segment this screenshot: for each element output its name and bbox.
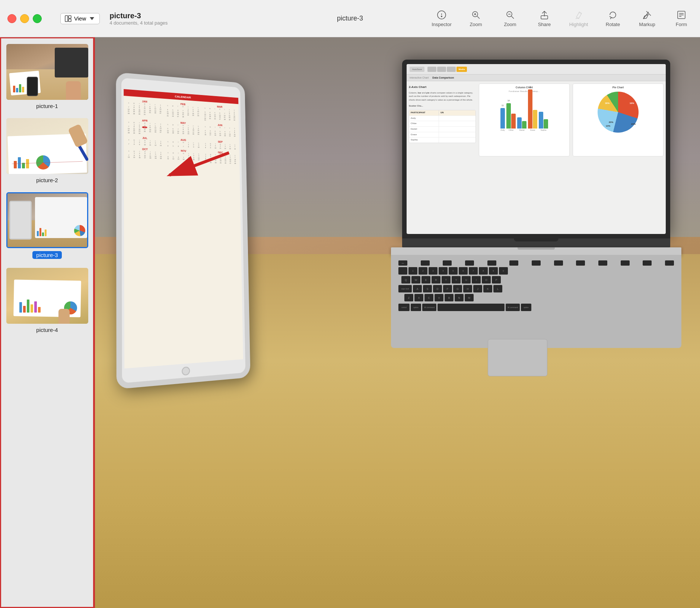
zoom-out-label: Zoom — [504, 22, 516, 27]
sidebar-item-picture-1[interactable]: picture-1 — [5, 44, 89, 109]
svg-point-6 — [441, 16, 442, 17]
toolbar-right: Inspector Zoom Zoom — [430, 10, 693, 27]
sidebar: picture-1 — [0, 37, 95, 608]
rotate-label: Rotate — [606, 22, 620, 27]
thumbnail-picture-2 — [6, 118, 88, 174]
markup-button[interactable]: Markup — [636, 10, 658, 27]
svg-line-12 — [512, 16, 514, 19]
laptop: AutoSave Media Interactive Chart Dat — [402, 60, 685, 328]
highlight-button[interactable]: Highlight — [567, 10, 590, 27]
thumbnail-picture-3 — [6, 192, 88, 248]
titlebar: View picture-3 4 documents, 4 total page… — [0, 0, 700, 37]
traffic-lights — [7, 14, 42, 23]
svg-line-8 — [477, 16, 480, 19]
share-button[interactable]: Share — [533, 10, 556, 27]
toolbar-center: picture-3 — [337, 15, 363, 22]
inspector-button[interactable]: Inspector — [430, 10, 453, 27]
center-title: picture-3 — [337, 15, 363, 22]
svg-rect-2 — [69, 19, 71, 22]
picture-2-label: picture-2 — [36, 177, 58, 183]
maximize-button[interactable] — [33, 14, 42, 23]
picture-1-label: picture-1 — [36, 103, 58, 109]
zoom-out-button[interactable]: Zoom — [499, 10, 521, 27]
picture-4-label: picture-4 — [36, 327, 58, 333]
trackpad — [488, 339, 547, 376]
rotate-button[interactable]: Rotate — [602, 10, 624, 27]
content-area: AutoSave Media Interactive Chart Dat — [95, 37, 700, 608]
svg-rect-0 — [65, 16, 68, 22]
sidebar-item-picture-3[interactable]: picture-3 — [5, 192, 89, 259]
doc-subtitle: 4 documents, 4 total pages — [109, 20, 168, 26]
zoom-in-label: Zoom — [470, 22, 482, 27]
close-button[interactable] — [7, 14, 16, 23]
inspector-label: Inspector — [432, 22, 451, 27]
thumbnail-picture-1 — [6, 44, 88, 100]
sidebar-item-picture-2[interactable]: picture-2 — [5, 118, 89, 183]
view-button[interactable]: View — [60, 13, 100, 24]
markup-label: Markup — [639, 22, 655, 27]
view-label: View — [74, 15, 86, 22]
form-button[interactable]: Form — [670, 10, 693, 27]
doc-info: picture-3 4 documents, 4 total pages — [109, 12, 168, 26]
svg-marker-3 — [90, 17, 94, 20]
svg-rect-1 — [69, 16, 71, 18]
share-label: Share — [538, 22, 551, 27]
highlight-label: Highlight — [569, 22, 588, 27]
zoom-button[interactable]: Zoom — [465, 10, 487, 27]
form-label: Form — [676, 22, 687, 27]
thumbnail-picture-4 — [6, 268, 88, 324]
tablet: CALENDAR JAN SMTWTFS 123456 78910111213 … — [116, 72, 250, 389]
minimize-button[interactable] — [20, 14, 29, 23]
toolbar-left: View picture-3 4 documents, 4 total page… — [60, 12, 168, 26]
main-area: picture-1 — [0, 37, 700, 608]
sidebar-item-picture-4[interactable]: picture-4 — [5, 268, 89, 333]
main-scene: AutoSave Media Interactive Chart Dat — [95, 37, 700, 608]
picture-3-label: picture-3 — [32, 251, 61, 259]
doc-title: picture-3 — [109, 12, 168, 20]
